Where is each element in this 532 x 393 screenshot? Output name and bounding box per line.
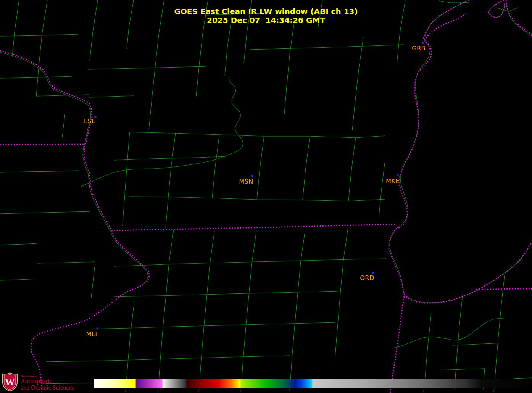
title-line2: 2025 Dec 07 14:34:26 GMT — [207, 16, 325, 25]
logo-name-line1: Atmospheric — [21, 378, 74, 384]
image-title: GOES East Clean IR LW window (ABI ch 13)… — [0, 7, 532, 25]
title-line1: GOES East Clean IR LW window (ABI ch 13) — [174, 7, 358, 16]
logo-dept-line: Department of — [21, 375, 74, 378]
colorbar — [94, 379, 532, 388]
station-marker-mli — [97, 328, 98, 330]
logo-name-line2: and Oceanic Sciences — [21, 384, 74, 391]
state-borders-layer — [0, 0, 532, 393]
station-label-mli: MLI — [86, 330, 97, 338]
mn-ia-border — [0, 144, 85, 145]
station-label-mke: MKE — [386, 177, 400, 185]
wi-il-border — [114, 224, 395, 230]
station-label-msn: MSN — [239, 178, 253, 185]
rivers-shorelines-layer — [0, 1, 532, 348]
logo-text: Department of Atmospheric and Oceanic Sc… — [21, 372, 74, 391]
in-mi-border — [476, 289, 532, 290]
satellite-image-frame: GOES East Clean IR LW window (ABI ch 13)… — [0, 0, 532, 393]
station-marker-grb — [422, 42, 424, 44]
uw-aos-logo: W Department of Atmospheric and Oceanic … — [2, 372, 74, 391]
station-marker-msn — [251, 175, 253, 177]
station-marker-mke — [397, 174, 399, 176]
station-label-grb: GRB — [412, 45, 426, 52]
map-svg — [0, 0, 532, 393]
il-in-border — [390, 294, 405, 393]
county-boundaries-layer — [0, 0, 532, 392]
station-marker-ord — [372, 272, 374, 274]
station-label-lse: LSE — [84, 118, 96, 125]
svg-text:W: W — [5, 377, 15, 388]
mississippi-river-border — [0, 51, 149, 391]
lake-michigan-shoreline — [389, 14, 531, 303]
station-label-ord: ORD — [360, 274, 374, 282]
uw-crest-shield-icon: W — [2, 372, 18, 391]
